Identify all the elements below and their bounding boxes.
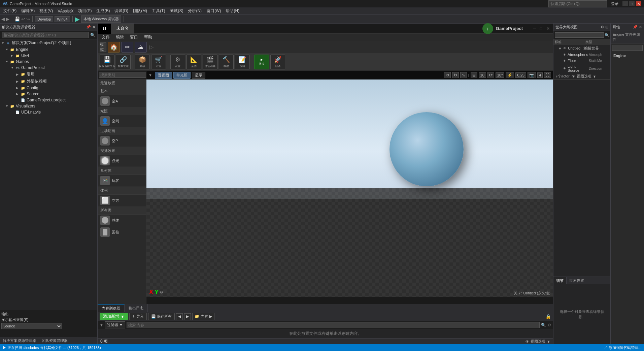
item-vis-icon-1[interactable]: 👁 — [563, 46, 567, 51]
menu-build[interactable]: 生成(B) — [94, 7, 112, 14]
editor-button[interactable]: 📝 编辑 — [235, 55, 250, 69]
speed-icon[interactable]: ⚡ — [506, 72, 514, 78]
ue4-3d-viewport[interactable]: ▼ 透视图 带光照 显示 ⟲ ↻ ⤡ | ⊞ — [146, 71, 553, 304]
view-options-button[interactable]: 👁 视图选项 ▼ — [526, 339, 550, 344]
menu-help[interactable]: 帮助(H) — [224, 7, 241, 14]
tree-gameproject[interactable]: ▼ 🎮 GameProject — [0, 65, 97, 71]
ue4-menu-help[interactable]: 帮助 — [141, 34, 155, 41]
nav-back-button[interactable]: ◀ — [176, 313, 183, 320]
angle-snap-icon[interactable]: ⟳ — [487, 72, 494, 78]
quick-launch-input[interactable]: 快速启动 (Ctrl+Q) — [548, 0, 607, 7]
add-to-source-control[interactable]: ↗ 添加到源代码管理... — [604, 345, 641, 350]
place-sphere[interactable]: 球体 — [98, 215, 146, 226]
scale-icon[interactable]: ⤡ — [460, 72, 467, 78]
camera-value[interactable]: 4 — [537, 72, 543, 78]
output-log-tab[interactable]: 输出日志 — [125, 304, 148, 312]
mode-expand-button[interactable]: 模式 — [100, 42, 106, 52]
lit-button[interactable]: 带光照 — [173, 72, 191, 79]
props-pin-icon[interactable]: 📌 — [633, 25, 638, 29]
details-tab[interactable]: 细节 — [553, 277, 567, 284]
tree-source[interactable]: ▶ 📁 Source — [0, 91, 97, 97]
place-space-item[interactable]: 👤 空间 — [98, 115, 146, 127]
ue4-menu-file[interactable]: 文件 — [99, 34, 112, 41]
place-cube[interactable]: ⬜ 立方 — [98, 195, 146, 206]
ue4-main-tab[interactable]: 未命名 — [111, 24, 134, 34]
tb-save-icon[interactable]: 💾 — [14, 17, 20, 22]
props-close-icon[interactable]: ✕ — [639, 25, 642, 29]
blueprint-button[interactable]: 📐 蓝图 — [187, 55, 201, 69]
content-search-input[interactable] — [127, 322, 540, 328]
rotate-icon[interactable]: ↻ — [452, 72, 459, 78]
menu-tools[interactable]: 工具(T) — [150, 7, 167, 14]
content-settings-icon[interactable]: ⚙ — [547, 323, 551, 327]
outliner-item-floor[interactable]: 👁 Floor StaticMe — [553, 58, 610, 64]
tree-config[interactable]: ▶ 📁 Config — [0, 85, 97, 91]
perspective-button[interactable]: 透视图 — [155, 72, 172, 79]
place-toy[interactable]: 🎮 玩客 — [98, 175, 146, 187]
place-search-input[interactable] — [99, 72, 146, 78]
props-search-input[interactable] — [612, 45, 643, 51]
tree-solution[interactable]: ▼ ◈ 解决方案'GameProject'(2 个项目) — [0, 39, 97, 46]
outliner-settings-icon[interactable]: ⚙ — [601, 25, 604, 29]
item-vis-icon-3[interactable]: 👁 — [562, 58, 567, 63]
play-debug-button[interactable]: ▶ — [75, 15, 80, 23]
tree-visualizers[interactable]: ▼ 📁 Visualizers — [0, 103, 97, 109]
tree-ue4[interactable]: ▶ 📁 UE4 — [0, 53, 97, 59]
light-category-header[interactable]: 光照 — [98, 107, 146, 115]
place-mode-btn[interactable]: 🏠 — [108, 42, 120, 53]
volume-category-header[interactable]: 体积 — [98, 187, 146, 195]
tree-reference[interactable]: ▶ 📁 引用 — [0, 71, 97, 78]
tb-forward-icon[interactable]: ▶ — [6, 17, 9, 22]
tree-games[interactable]: ▼ 📁 Games — [0, 59, 97, 65]
tree-engine[interactable]: ▼ 📁 Engine — [0, 46, 97, 53]
perspective-nav-icon[interactable]: ⊙ — [160, 290, 163, 294]
cinematic-category-header[interactable]: 过场动画 — [98, 127, 146, 135]
grid-value[interactable]: 10 — [479, 72, 486, 78]
fullscreen-icon[interactable]: ⛶ — [544, 72, 551, 78]
content-browser-tab[interactable]: 内容浏览器 — [98, 304, 125, 312]
landscape-mode-btn[interactable]: ⛰ — [135, 42, 147, 53]
ue4-win-close[interactable]: ✕ — [545, 26, 551, 31]
cinematic-button[interactable]: 🎬 过场动画 — [203, 55, 217, 69]
outliner-item-lightsource[interactable]: 👁 Light Source Direction — [553, 64, 610, 73]
tree-uproject[interactable]: ▶ 📄 GameProject.uproject — [0, 97, 97, 103]
team-explorer-tab[interactable]: 团队资源管理器 — [39, 337, 70, 344]
build-button[interactable]: 🔨 构建 — [219, 55, 234, 69]
item-vis-icon-4[interactable]: 👁 — [562, 66, 567, 71]
win64-platform[interactable]: Win64 — [55, 16, 70, 22]
viewport-dropdown-icon[interactable]: ▼ — [148, 73, 152, 77]
nav-folder-button[interactable]: 📁 内容 ▶ — [192, 313, 214, 320]
save-level-button[interactable]: 💾 保存当前关卡 — [100, 55, 114, 69]
transform-icon[interactable]: ⟲ — [444, 72, 451, 78]
content-browser-lock[interactable]: 🔒 — [545, 314, 551, 319]
outliner-item-untitled[interactable]: ▼ 👁 Untitled（编辑世界 — [553, 45, 610, 52]
place-cylinder[interactable]: 圆柱 — [98, 226, 146, 238]
menu-project[interactable]: 项目(P) — [76, 7, 94, 14]
launch-button[interactable]: 🚀 启动 — [270, 55, 285, 69]
camera-icon[interactable]: 📷 — [528, 72, 536, 78]
place-point-light[interactable]: 点光 — [98, 155, 146, 167]
pin-icon[interactable]: 📌 — [86, 25, 91, 29]
menu-file[interactable]: 文件(F) — [1, 7, 19, 14]
basic-category-header[interactable]: 基本 — [98, 87, 146, 95]
close-panel-button[interactable]: ✕ — [92, 25, 95, 29]
ue4-menu-window[interactable]: 窗口 — [127, 34, 141, 41]
menu-vassistx[interactable]: VAssistX — [56, 8, 75, 14]
tb-back-icon[interactable]: ◀ — [1, 17, 5, 22]
place-empty-p[interactable]: 空P — [98, 135, 146, 147]
place-empty-actor-a[interactable]: 空A — [98, 95, 146, 107]
menu-window[interactable]: 窗口(W) — [204, 7, 223, 14]
version-control-button[interactable]: 🔗 版本管理 — [116, 55, 131, 69]
recent-category-header[interactable]: 最近放置 — [98, 79, 146, 87]
filter-button[interactable]: 过滤器 ▼ — [105, 321, 125, 328]
ue4-win-min[interactable]: ─ — [532, 26, 537, 31]
user-login[interactable]: 登录 — [611, 1, 618, 6]
menu-edit[interactable]: 编辑(E) — [19, 7, 37, 14]
outliner-view-options[interactable]: 👁 视图选项 ▼ — [572, 74, 597, 79]
save-all-button[interactable]: 💾 保存所有 — [148, 313, 175, 320]
world-settings-tab[interactable]: 世界设置 — [567, 277, 587, 284]
win-close-button[interactable]: ✕ — [636, 1, 641, 6]
tree-external-deps[interactable]: ▶ 📁 外部依赖项 — [0, 78, 97, 85]
tb-redo-icon[interactable]: ↪ — [26, 17, 30, 22]
settings-button[interactable]: ⚙ 设置 — [170, 55, 185, 69]
